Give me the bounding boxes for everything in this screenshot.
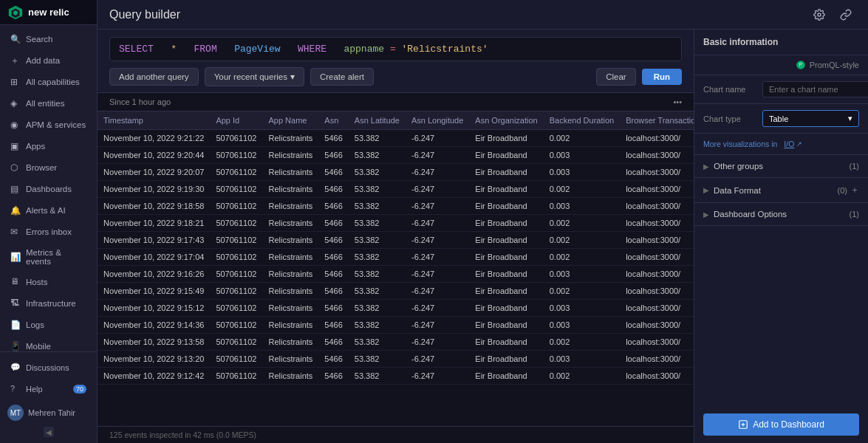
add-query-button[interactable]: Add another query: [109, 68, 199, 86]
table-cell: 507061102: [210, 317, 262, 334]
promql-badge: P PromQL-style: [694, 55, 868, 75]
right-panel: Basic information P PromQL-style Chart n…: [694, 30, 868, 443]
table-cell: 0.003: [544, 351, 620, 368]
run-button[interactable]: Run: [642, 69, 682, 85]
table-cell: November 10, 2022 9:18:58: [98, 198, 210, 215]
sidebar-item-all-entities-label: All entities: [26, 99, 64, 108]
table-cell: 0.002: [544, 215, 620, 232]
keyword-from: FROM: [194, 44, 217, 55]
table-cell: 507061102: [210, 147, 262, 164]
data-format-accordion[interactable]: ▶ Data Format (0) ＋: [694, 178, 868, 203]
sidebar-item-help[interactable]: ? Help 70: [3, 379, 94, 399]
sidebar-item-errors[interactable]: ✉ Errors inbox: [3, 222, 94, 242]
query-area: SELECT * FROM PageView WHERE appname = '…: [98, 30, 694, 93]
table-cell: Relicstraints: [262, 232, 318, 249]
table-cell: 0.003: [544, 164, 620, 181]
sidebar-item-hosts[interactable]: 🖥 Hosts: [3, 272, 94, 292]
table-cell: 507061102: [210, 300, 262, 317]
sidebar-item-apps[interactable]: ▣ Apps: [3, 136, 94, 157]
table-cell: 5466: [318, 198, 348, 215]
table-row: November 10, 2022 9:13:20507061102Relics…: [98, 351, 694, 368]
clear-button[interactable]: Clear: [596, 68, 635, 86]
table-cell: November 10, 2022 9:17:04: [98, 249, 210, 266]
mobile-icon: 📱: [10, 341, 21, 351]
recent-queries-button[interactable]: Your recent queries ▾: [205, 67, 304, 86]
add-to-dashboard-button[interactable]: Add to Dashboard: [703, 413, 859, 436]
table-cell: Eir Broadband: [469, 283, 543, 300]
table-cell: Relicstraints: [262, 283, 318, 300]
table-cell: Eir Broadband: [469, 249, 543, 266]
sidebar-item-add-data[interactable]: ＋ Add data: [3, 50, 94, 71]
table-cell: Relicstraints: [262, 215, 318, 232]
add-to-dashboard-label: Add to Dashboard: [753, 419, 824, 430]
table-cell: -6.247: [406, 164, 469, 181]
settings-button[interactable]: [809, 4, 830, 25]
table-cell: localhost:3000/: [620, 164, 694, 181]
main-content: Query builder SELECT *: [98, 0, 868, 443]
data-table-scroll[interactable]: Timestamp App Id App Name Asn Asn Latitu…: [98, 111, 694, 426]
table-cell: 5466: [318, 317, 348, 334]
sidebar-item-search[interactable]: 🔍 Search: [3, 29, 94, 49]
external-link-icon: ↗: [796, 140, 802, 148]
table-cell: 53.382: [349, 283, 406, 300]
plus-icon: ＋: [10, 55, 21, 66]
other-groups-accordion[interactable]: ▶ Other groups (1): [694, 155, 868, 178]
collapse-sidebar-button[interactable]: ◀: [44, 427, 54, 437]
table-cell: Eir Broadband: [469, 198, 543, 215]
more-viz-link[interactable]: I/O: [784, 140, 794, 148]
chart-type-row: Chart type Table ▾: [694, 104, 868, 134]
table-cell: 5466: [318, 215, 348, 232]
query-line[interactable]: SELECT * FROM PageView WHERE appname = '…: [109, 37, 682, 61]
sidebar-item-dashboards[interactable]: ▤ Dashboards: [3, 179, 94, 199]
panel-spacer: [694, 226, 868, 406]
sidebar-item-browser[interactable]: ⬡ Browser: [3, 157, 94, 178]
sidebar-item-alerts[interactable]: 🔔 Alerts & AI: [3, 200, 94, 221]
share-button[interactable]: [835, 4, 856, 25]
table-cell: -6.247: [406, 334, 469, 351]
content-area: SELECT * FROM PageView WHERE appname = '…: [98, 30, 868, 443]
filter-value: 'Relicstraints': [402, 44, 488, 55]
table-cell: 53.382: [349, 164, 406, 181]
sidebar-item-mobile[interactable]: 📱 Mobile: [3, 336, 94, 351]
other-groups-label: Other groups: [714, 162, 850, 171]
table-cell: -6.247: [406, 300, 469, 317]
table-row: November 10, 2022 9:20:44507061102Relics…: [98, 147, 694, 164]
table-cell: 5466: [318, 300, 348, 317]
create-alert-button[interactable]: Create alert: [310, 68, 374, 86]
table-cell: November 10, 2022 9:19:30: [98, 181, 210, 198]
table-cell: -6.247: [406, 130, 469, 147]
chevron-right-icon-3: ▶: [703, 210, 709, 219]
sidebar-item-logs[interactable]: 📄 Logs: [3, 315, 94, 335]
search-icon: 🔍: [10, 34, 21, 44]
dashboard-options-accordion[interactable]: ▶ Dashboard Options (1): [694, 203, 868, 226]
table-cell: 507061102: [210, 181, 262, 198]
table-row: November 10, 2022 9:16:26507061102Relics…: [98, 266, 694, 283]
table-cell: localhost:3000/: [620, 351, 694, 368]
sidebar-item-discussions[interactable]: 💬 Discussions: [3, 357, 94, 378]
chart-name-input[interactable]: [762, 81, 868, 97]
add-icon: ＋: [850, 185, 859, 196]
sidebar-item-all-capabilities[interactable]: ⊞ All capabilities: [3, 72, 94, 92]
sidebar-item-infrastructure[interactable]: 🏗 Infrastructure: [3, 293, 94, 314]
sidebar-item-mobile-label: Mobile: [26, 342, 51, 351]
table-options-button[interactable]: •••: [673, 97, 682, 106]
table-cell: November 10, 2022 9:13:20: [98, 351, 210, 368]
sidebar-item-apps-label: Apps: [26, 142, 45, 151]
share-icon: [840, 9, 852, 21]
table-cell: 0.002: [544, 130, 620, 147]
chart-type-select[interactable]: Table ▾: [762, 110, 859, 127]
table-cell: November 10, 2022 9:17:43: [98, 232, 210, 249]
sidebar-item-all-entities[interactable]: ◈ All entities: [3, 93, 94, 114]
dashboards-icon: ▤: [10, 184, 21, 194]
table-cell: Relicstraints: [262, 181, 318, 198]
metrics-icon: 📊: [10, 252, 21, 262]
table-cell: 53.382: [349, 334, 406, 351]
more-visualizations-link[interactable]: More visualizations in I/O ↗: [694, 134, 868, 155]
table-cell: November 10, 2022 9:14:36: [98, 317, 210, 334]
sidebar-item-infrastructure-label: Infrastructure: [26, 299, 76, 308]
sidebar-item-metrics[interactable]: 📊 Metrics & events: [3, 243, 94, 271]
chart-type-label: Chart type: [703, 114, 762, 123]
sidebar-item-apm[interactable]: ◉ APM & services: [3, 114, 94, 135]
table-cell: 53.382: [349, 368, 406, 385]
more-viz-text: More visualizations in: [703, 140, 777, 148]
